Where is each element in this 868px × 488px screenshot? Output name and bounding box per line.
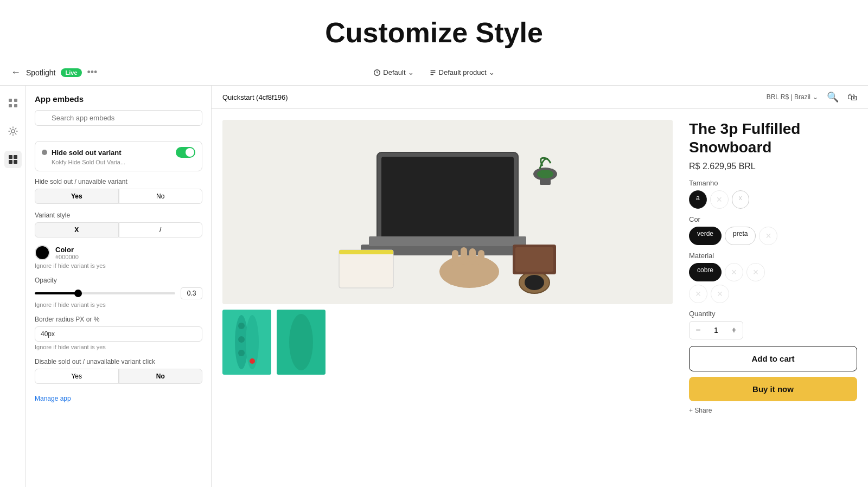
embed-item-header: Hide sold out variant [42,147,195,158]
svg-point-35 [238,350,245,356]
svg-rect-1 [9,99,12,102]
color-preta[interactable]: preta [725,227,756,245]
svg-point-33 [238,323,245,329]
disable-no-btn[interactable]: No [119,369,203,384]
opacity-note: Ignore if hide variant is yes [35,301,202,308]
svg-point-24 [525,275,544,290]
svg-rect-18 [461,247,467,265]
material-x1[interactable]: × [725,263,743,281]
currency-selector[interactable]: BRL R$ | Brazil ⌄ [767,93,818,101]
live-badge: Live [61,68,81,77]
thumbnail-images [222,310,673,375]
svg-point-36 [250,358,255,364]
thumbnail-2[interactable] [277,310,326,375]
embed-dot [42,150,47,155]
opacity-slider[interactable] [35,292,175,294]
embed-toggle[interactable] [176,147,195,158]
main-product-image [222,120,673,304]
border-radius-label: Border radius PX or % [35,316,202,323]
opacity-fill [35,292,77,294]
disable-yes-btn[interactable]: Yes [35,369,119,384]
sidebar-panel: App embeds 🔍 Hide sold out variant Kok [26,86,211,487]
add-to-cart-btn[interactable]: Add to cart [689,346,857,371]
main-layout: App embeds 🔍 Hide sold out variant Kok [0,86,868,487]
yes-btn[interactable]: Yes [35,189,119,204]
size-x2[interactable]: x [732,190,749,209]
quantity-control: − 1 + [689,321,743,339]
disable-sold-out-section: Disable sold out / unavailable variant c… [35,358,202,384]
svg-rect-9 [14,160,17,164]
svg-point-27 [537,170,553,178]
sidebar-icon-apps[interactable] [4,151,22,168]
size-x1[interactable]: × [710,190,729,209]
size-a[interactable]: a [689,190,707,209]
search-header-icon[interactable]: 🔍 [827,91,839,103]
no-btn[interactable]: No [119,189,203,204]
tamanho-label: Tamanho [689,179,857,187]
svg-rect-2 [14,99,17,102]
svg-rect-14 [369,236,526,246]
opacity-control: 0.3 [35,287,202,299]
material-options-row2: × × [689,285,857,303]
manage-app-link[interactable]: Manage app [35,395,71,402]
svg-rect-8 [9,160,12,164]
sidebar-icon-grid[interactable] [4,94,22,112]
top-bar: ← Spotlight Live ••• Default ⌄ Default p… [0,60,868,86]
hide-sold-out-btn-group: Yes No [35,189,202,204]
search-input[interactable] [35,110,202,126]
color-hex: #000000 [55,254,79,260]
color-section: Color #000000 Ignore if hide variant is … [35,245,202,269]
more-options-icon[interactable]: ••• [87,67,98,78]
top-bar-center: Default ⌄ Default product ⌄ [222,66,646,79]
opacity-label: Opacity [35,277,202,284]
sidebar-icon-gear[interactable] [4,123,22,140]
buy-now-btn[interactable]: Buy it now [689,377,857,401]
qty-plus-btn[interactable]: + [725,322,743,339]
style-x-btn[interactable]: X [35,222,119,237]
svg-point-5 [11,130,15,133]
material-x4[interactable]: × [711,285,729,303]
thumbnail-1[interactable] [222,310,271,375]
svg-rect-19 [469,248,476,265]
material-x2[interactable]: × [746,263,765,281]
cart-icon[interactable]: 🛍 [847,92,857,103]
variant-style-label: Variant style [35,211,202,219]
svg-rect-20 [478,250,484,265]
currency-label: BRL R$ | Brazil [767,93,810,101]
tamanho-options: a × x [689,190,857,209]
color-verde[interactable]: verde [689,227,722,245]
svg-rect-3 [9,104,12,107]
color-note: Ignore if hide variant is yes [35,262,202,269]
border-radius-note: Ignore if hide variant is yes [35,344,202,350]
color-info: Color #000000 [55,246,79,260]
style-slash-btn[interactable]: / [119,222,203,237]
product-title: The 3p Fulfilled Snowboard [689,120,857,156]
svg-rect-21 [339,250,393,288]
panel-title: App embeds [35,94,202,104]
opacity-value-input[interactable]: 0.3 [181,287,202,299]
cor-options: verde preta × [689,227,857,245]
disable-btn-group: Yes No [35,369,202,384]
share-row[interactable]: + Share [689,407,857,414]
material-x3[interactable]: × [689,285,707,303]
product-price: R$ 2.629,95 BRL [689,162,857,171]
color-x[interactable]: × [759,227,777,245]
svg-rect-17 [452,250,458,266]
tamanho-section: Tamanho a × x [689,179,857,209]
svg-rect-4 [14,104,17,107]
default-product-dropdown[interactable]: Default product ⌄ [425,66,499,79]
variant-style-btn-group: X / [35,222,202,237]
color-swatch[interactable] [35,245,50,260]
default-dropdown[interactable]: Default ⌄ [369,66,418,79]
product-images [212,109,684,487]
page-title: Customize Style [0,0,868,60]
qty-minus-btn[interactable]: − [690,322,707,339]
hide-sold-out-section: Hide sold out / unavaible variant Yes No [35,178,202,204]
material-cobre[interactable]: cobre [689,263,722,281]
search-wrapper: 🔍 [35,110,202,133]
share-label: + Share [689,407,712,414]
border-radius-input[interactable] [35,326,202,342]
top-bar-left: ← Spotlight Live ••• [11,67,222,78]
back-icon[interactable]: ← [11,67,21,78]
material-section: Material cobre × × × × [689,252,857,303]
